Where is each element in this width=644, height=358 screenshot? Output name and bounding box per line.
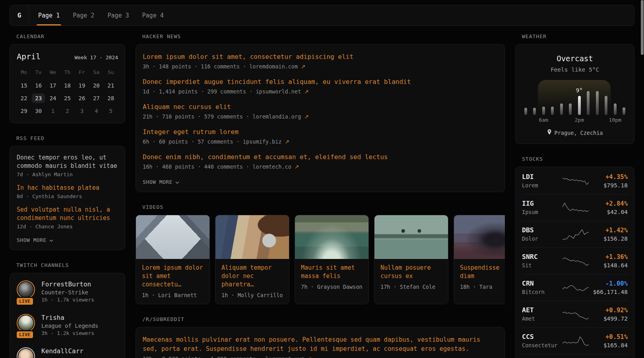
calendar-selected-date-label: 23 [32,93,45,103]
stock-ticker: IIG [522,200,560,207]
external-link-icon[interactable]: ↗ [285,138,289,145]
external-link-icon[interactable]: ↗ [304,113,308,120]
stock-name: Ipsum [522,209,560,215]
video-title[interactable]: Aliquam tempor dolor nec pharetra… [221,264,283,289]
weather-bar-slot [548,80,557,123]
twitch-channel-row[interactable]: LIVETrishaLeague of Legends3h · 1.2k vie… [10,308,125,342]
hackernews-show-more-button[interactable]: SHOW MORE [143,179,179,185]
video-card[interactable]: Lorem ipsum dolor sit amet consectetu…1h… [136,215,210,304]
hackernews-item-title[interactable]: Integer eget rutrum lorem [143,128,498,136]
video-title[interactable]: Mauris sit amet massa felis [301,264,363,280]
weather-bar-slot [530,80,539,123]
twitch-channel-row[interactable]: KendallCarr [10,342,125,358]
weather-bar-slot [593,80,602,123]
stock-row: CCSConsectetur+0.51%$165.84 [522,327,628,354]
calendar-day: 5 [104,105,118,117]
video-title[interactable]: Suspendisse diam [460,264,505,280]
nav-tab[interactable]: Page 3 [107,5,130,25]
video-thumbnail [136,215,209,259]
weather-bar [569,103,572,115]
twitch-channel-name: ForrestBurton [41,280,94,288]
stock-price: $165.84 [591,342,628,348]
rss-items: Donec tempor eros leo, ut commodo mauris… [17,154,118,230]
stock-row: AHS+0.46% [522,354,628,358]
weather-bar-slot [566,80,575,123]
weather-bars: 6am9°2pm10pm [521,80,628,123]
external-link-icon[interactable]: ↗ [301,63,305,70]
rss-show-more-button[interactable]: SHOW MORE [17,237,53,243]
video-card[interactable]: Nullam posuere cursus ex17h · Stefan Col… [374,215,448,304]
video-thumbnail [295,215,369,259]
stock-row: AETAmet+0.92%$499.72 [522,301,628,327]
videos-section: VIDEOS Lorem ipsum dolor sit amet consec… [136,204,505,304]
subreddit-item-title[interactable]: Maecenas mollis pulvinar erat non posuer… [143,335,498,354]
stock-ticker: CRN [522,280,560,287]
stock-price: $795.18 [591,182,628,189]
twitch-channel-row[interactable]: LIVEForrestBurtonCounter-Strike1h · 1.7k… [10,275,125,308]
avatar-photo [18,349,33,358]
stock-values: +1.36%$148.64 [591,253,628,268]
calendar-day: 18 [60,79,74,92]
external-link-icon[interactable]: ↗ [295,163,299,170]
hackernews-widget: Lorem ipsum dolor sit amet, consectetur … [136,44,505,192]
video-title[interactable]: Lorem ipsum dolor sit amet consectetu… [142,264,204,289]
hackernews-item-meta: 3h · 148 points · 116 comments · loremdo… [143,63,498,70]
calendar-day: 20 [89,79,103,92]
external-link-icon[interactable]: ↗ [304,88,308,95]
subreddit-widget: Maecenas mollis pulvinar erat non posuer… [136,327,505,358]
hackernews-item: Donec imperdiet augue tincidunt felis al… [143,78,498,95]
twitch-section-header: TWITCH CHANNELS [16,262,125,268]
external-link-icon[interactable]: ↗ [308,356,312,358]
video-title[interactable]: Nullam posuere cursus ex [380,264,442,280]
nav-tab[interactable]: Page 1 [37,5,60,25]
hackernews-item: Donec enim nibh, condimentum et accumsan… [143,153,498,170]
hackernews-item-meta: 16h · 468 points · 440 comments · loremt… [143,163,498,170]
calendar-day-headers: MoTuWeThFrSaSu [17,66,118,79]
subreddit-section: /R/SUBREDDIT Maecenas mollis pulvinar er… [136,316,505,358]
stock-name: Bitcorn [522,289,560,295]
twitch-channel-viewers: 1h · 1.7k viewers [41,297,94,303]
hackernews-item-title[interactable]: Lorem ipsum dolor sit amet, consectetur … [143,53,498,61]
scrollbar-thumb[interactable] [641,0,644,55]
rss-item-title[interactable]: Sed volutpat nulla nisl, a condimentum n… [17,206,118,222]
hackernews-item-title[interactable]: Aliquam nec cursus elit [143,103,498,111]
weather-bar [587,91,590,115]
hackernews-item-title[interactable]: Donec imperdiet augue tincidunt felis al… [143,78,498,86]
twitch-section: TWITCH CHANNELS LIVEForrestBurtonCounter… [10,262,125,358]
calendar-day: 4 [89,105,103,117]
rss-item-meta: 12d · Chance Jones [17,224,118,230]
avatar-photo [18,315,33,331]
video-card[interactable]: Mauris sit amet massa felis7h · Grayson … [295,215,369,304]
calendar-day-header: Su [104,66,118,79]
rss-item-title[interactable]: Donec tempor eros leo, ut commodo mauris… [17,154,118,170]
stock-ticker: CCS [522,333,560,340]
hackernews-section: HACKER NEWS Lorem ipsum dolor sit amet, … [136,33,505,192]
nav-tab[interactable]: Page 4 [142,5,165,25]
weather-bar-slot [557,80,566,123]
stock-row: CRNBitcorn-1.00%$66,171.48 [522,274,628,301]
video-thumbnail [215,215,289,259]
app-logo[interactable]: G [10,5,29,25]
video-card-body: Mauris sit amet massa felis7h · Grayson … [295,259,369,296]
stock-info: SNRCSit [522,253,560,268]
hackernews-item-meta: 21h · 710 points · 579 comments · loreml… [143,113,498,120]
weather-location-row: Prague, Czechia [521,129,628,136]
calendar-day-header: Mo [17,66,31,79]
stock-name: Lorem [522,182,560,189]
rss-item: Sed volutpat nulla nisl, a condimentum n… [17,206,118,230]
nav-tabs: Page 1Page 2Page 3Page 4 [29,5,165,25]
rss-show-more-label: SHOW MORE [17,237,47,243]
twitch-channel-list: LIVEForrestBurtonCounter-Strike1h · 1.7k… [10,275,125,358]
stock-sparkline [560,308,591,321]
hackernews-item-meta: 1d · 1,414 points · 299 comments · ipsum… [143,88,498,95]
stock-values: +2.84%$42.04 [591,200,628,215]
video-card[interactable]: Suspendisse diam18h · Tara [454,215,505,304]
stock-price: $66,171.48 [591,289,628,295]
subreddit-item-meta: 19h · 9,932 points · 1,090 comments · lo… [143,356,498,358]
hackernews-item-title[interactable]: Donec enim nibh, condimentum et accumsan… [143,153,498,161]
stock-info: IIGIpsum [522,200,560,215]
nav-tab[interactable]: Page 2 [72,5,95,25]
video-card[interactable]: Aliquam tempor dolor nec pharetra…1h · M… [215,215,289,304]
rss-item-meta: 8d · Cynthia Saunders [17,193,118,199]
rss-item-title[interactable]: In hac habitasse platea [17,184,118,192]
